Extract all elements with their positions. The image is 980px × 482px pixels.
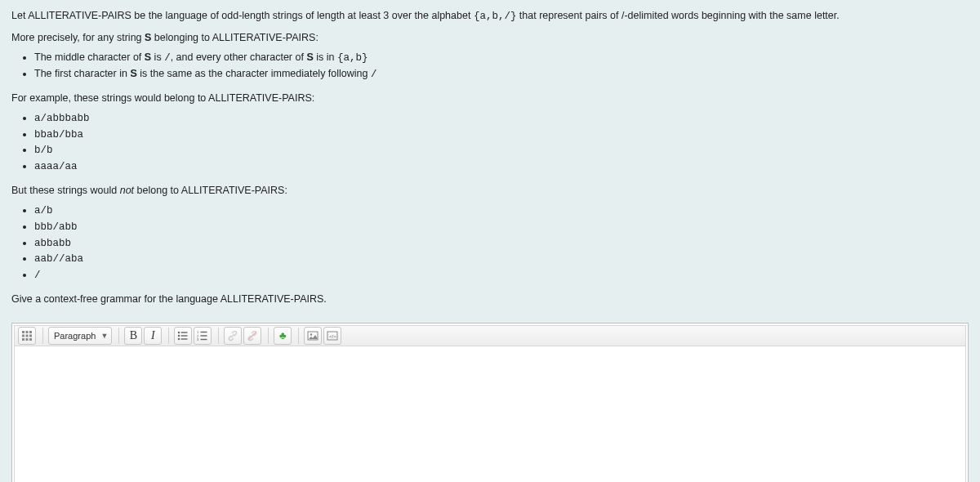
list-item: The first character in S is the same as … [34, 66, 969, 83]
grid-icon [21, 330, 33, 341]
clover-icon: ♣ [279, 330, 287, 341]
list-item: / [34, 267, 969, 283]
link-button[interactable] [224, 327, 242, 345]
svg-rect-12 [181, 335, 188, 336]
editor-canvas[interactable] [14, 346, 966, 482]
svg-rect-2 [29, 331, 32, 333]
svg-rect-0 [22, 331, 24, 333]
example-code: a/abbbabb [34, 113, 90, 124]
svg-rect-14 [181, 338, 188, 339]
text: Let ALLITERATIVE-PAIRS be the language o… [11, 10, 474, 21]
bold-button[interactable]: B [124, 327, 142, 345]
svg-point-13 [178, 338, 180, 340]
example-code: aab//aba [34, 253, 83, 265]
examples-in-intro: For example, these strings would belong … [11, 91, 969, 105]
task-paragraph: Give a context-free grammar for the lang… [11, 292, 969, 306]
list-item: aab//aba [34, 251, 969, 267]
examples-in-list: a/abbbabb bbab/bba b/b aaaa/aa [11, 110, 969, 175]
rules-list: The middle character of S is /, and ever… [11, 50, 969, 83]
svg-rect-5 [29, 334, 32, 337]
svg-rect-1 [26, 331, 29, 333]
list-item: a/abbbabb [34, 110, 969, 127]
text: The middle character of [34, 51, 145, 63]
italic-button[interactable]: I [144, 327, 162, 345]
numbered-list-icon: 123 [197, 330, 208, 341]
example-code: / [34, 270, 41, 281]
text: belonging to ALLITERATIVE-PAIRS: [151, 32, 318, 43]
svg-rect-6 [22, 338, 24, 341]
svg-rect-16 [201, 332, 207, 332]
string-var: S [145, 51, 151, 63]
examples-out-intro: But these strings would not belong to AL… [11, 183, 969, 198]
svg-rect-7 [26, 338, 29, 341]
slash-code: / [164, 52, 171, 64]
list-item: b/b [34, 142, 969, 158]
svg-rect-18 [201, 335, 207, 336]
svg-point-23 [310, 333, 312, 335]
rich-text-editor: Paragraph ▼ B I 123 [11, 323, 969, 482]
bullet-list-button[interactable] [174, 327, 192, 345]
string-var: S [130, 68, 136, 79]
svg-rect-10 [181, 332, 188, 332]
text: belong to ALLITERATIVE-PAIRS: [134, 185, 287, 196]
list-item: The middle character of S is /, and ever… [34, 50, 969, 66]
svg-point-11 [178, 335, 180, 337]
text: More precisely, for any string [11, 32, 145, 43]
text: is the same as the character immediately… [137, 68, 371, 79]
unlink-icon [247, 330, 258, 341]
list-item: bbab/bba [34, 127, 969, 143]
editor-toolbar: Paragraph ▼ B I 123 [14, 325, 966, 346]
format-dropdown[interactable]: Paragraph ▼ [48, 327, 112, 345]
text: is in [314, 51, 337, 63]
bullet-list-icon [177, 330, 189, 341]
image-button[interactable] [304, 327, 322, 345]
intro-paragraph: Let ALLITERATIVE-PAIRS be the language o… [11, 8, 969, 24]
text: is [151, 51, 164, 63]
clover-button[interactable]: ♣ [274, 327, 292, 345]
example-code: bbb/abb [34, 221, 78, 233]
svg-text:</>: </> [329, 334, 336, 339]
numbered-list-button[interactable]: 123 [194, 327, 212, 345]
alphabet-code: {a,b,/} [474, 11, 517, 22]
svg-rect-4 [26, 334, 29, 337]
example-code: abbabb [34, 238, 71, 249]
slash-code: / [371, 69, 377, 80]
svg-rect-8 [29, 338, 32, 341]
svg-point-9 [178, 332, 180, 333]
example-code: bbab/bba [34, 129, 83, 141]
link-icon [227, 330, 238, 341]
list-item: bbb/abb [34, 219, 969, 235]
example-code: a/b [34, 205, 53, 216]
toggle-toolbar-button[interactable] [18, 327, 36, 345]
list-item: aaaa/aa [34, 158, 969, 175]
example-code: b/b [34, 145, 53, 156]
examples-out-list: a/b bbb/abb abbabb aab//aba / [11, 203, 969, 283]
not-em: not [120, 185, 134, 196]
code-icon: </> [327, 330, 338, 341]
svg-text:3: 3 [197, 337, 199, 341]
svg-rect-3 [22, 334, 24, 337]
question-body: Let ALLITERATIVE-PAIRS be the language o… [0, 0, 980, 318]
ab-set-code: {a,b} [337, 52, 368, 64]
text: that represent pairs of /-delimited word… [516, 10, 839, 21]
format-label: Paragraph [54, 331, 96, 341]
html-button[interactable]: </> [323, 327, 341, 345]
text: The first character in [34, 68, 130, 79]
unlink-button[interactable] [243, 327, 261, 345]
text: , and every other character of [171, 51, 307, 63]
precise-paragraph: More precisely, for any string S belongi… [11, 30, 969, 45]
text: But these strings would [11, 185, 120, 196]
example-code: aaaa/aa [34, 161, 78, 172]
list-item: abbabb [34, 235, 969, 252]
svg-rect-20 [201, 339, 207, 340]
list-item: a/b [34, 203, 969, 219]
chevron-down-icon: ▼ [100, 332, 108, 340]
image-icon [307, 330, 318, 341]
string-var: S [306, 51, 313, 63]
